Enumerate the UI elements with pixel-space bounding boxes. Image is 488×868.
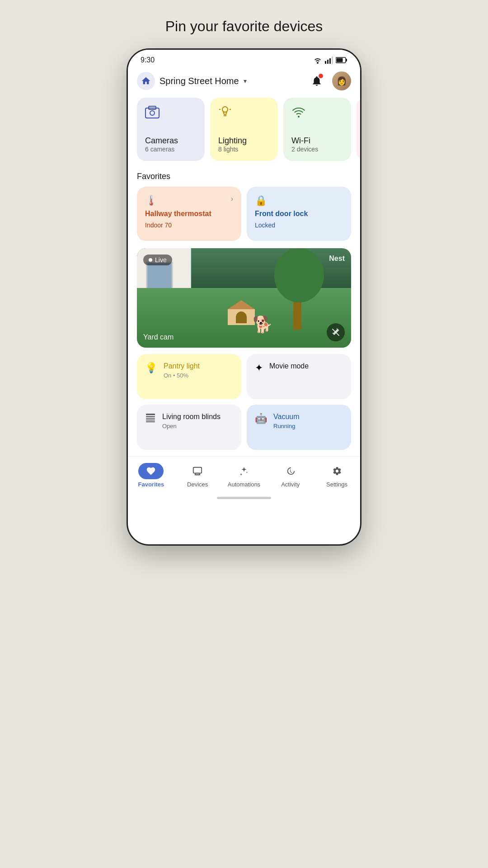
bottom-row-1: 💡 Pantry light On • 50% ✦ Movie mode [137, 354, 351, 399]
chevron-down-icon: ▾ [244, 77, 247, 85]
history-icon [286, 466, 296, 476]
screen-off-button[interactable] [327, 323, 345, 341]
lighting-count: 8 lights [218, 146, 270, 153]
blinds-status: Open [162, 423, 221, 429]
sparkles-icon [239, 466, 249, 476]
thermometer-icon: 🌡️ [145, 195, 157, 207]
fav-chevron-icon: › [231, 195, 233, 203]
bottom-cards: 💡 Pantry light On • 50% ✦ Movie mode [128, 354, 360, 450]
svg-rect-2 [329, 58, 331, 64]
phone-frame: 9:30 [127, 48, 361, 546]
activity-nav-label: Activity [281, 481, 300, 488]
wifi-count: 2 devices [291, 146, 343, 153]
vacuum-icon: 🤖 [255, 413, 267, 425]
avatar[interactable]: 👩 [332, 71, 351, 90]
camera-live-badge: Live [143, 255, 172, 265]
category-card-cameras[interactable]: Cameras 6 cameras [137, 98, 205, 161]
live-dot [149, 258, 152, 262]
blinds-info: Living room blinds Open [162, 413, 221, 429]
svg-rect-6 [337, 58, 343, 62]
nav-item-favorites[interactable]: Favorites [128, 463, 174, 488]
svg-rect-3 [332, 57, 333, 64]
favorites-row: 🌡️ › Hallway thermostat Indoor 70 🔒 Fron… [128, 187, 360, 248]
devices-icon [192, 466, 202, 476]
wifi-label: Wi-Fi [291, 136, 343, 146]
status-icons [313, 57, 347, 64]
blinds-icon [145, 413, 156, 424]
doghouse-roof [228, 300, 255, 309]
home-icon-bg [137, 72, 155, 90]
category-card-wifi[interactable]: Wi-Fi 2 devices [283, 98, 351, 161]
favorites-section-label: Favorites [128, 170, 360, 187]
thermostat-name: Hallway thermostat [145, 209, 233, 219]
svg-rect-1 [327, 60, 328, 64]
nav-item-automations[interactable]: Automations [221, 463, 267, 488]
door-lock-name: Front door lock [255, 209, 343, 219]
category-card-lighting[interactable]: Lighting 8 lights [210, 98, 278, 161]
svg-point-10 [222, 107, 228, 112]
bottom-row-2: Living room blinds Open 🤖 Vacuum Running [137, 405, 351, 450]
settings-nav-icon-wrap [324, 463, 350, 479]
nav-item-settings[interactable]: Settings [314, 463, 360, 488]
scene-dog: 🐕 [253, 315, 273, 334]
favorites-nav-icon-wrap [138, 463, 164, 479]
home-selector[interactable]: Spring Street Home ▾ [137, 72, 247, 90]
devices-nav-icon-wrap [185, 463, 210, 479]
nav-item-devices[interactable]: Devices [174, 463, 221, 488]
categories-row: Cameras 6 cameras Lighting 8 lights [128, 98, 360, 170]
doghouse-body [228, 309, 255, 325]
home-name: Spring Street Home [160, 76, 239, 86]
cameras-label: Cameras [145, 136, 197, 146]
thermostat-status: Indoor 70 [145, 222, 233, 229]
favorite-movie-mode[interactable]: ✦ Movie mode [247, 354, 351, 399]
svg-point-9 [150, 111, 155, 115]
live-label: Live [155, 256, 167, 264]
pantry-status: On • 50% [164, 372, 200, 379]
camera-icon [145, 106, 197, 118]
nav-item-activity[interactable]: Activity [267, 463, 314, 488]
sparkle-icon: ✦ [255, 362, 263, 374]
pantry-info: Pantry light On • 50% [164, 362, 200, 379]
automations-nav-icon-wrap [231, 463, 257, 479]
svg-rect-5 [346, 59, 347, 61]
app-header: Spring Street Home ▾ 👩 [128, 68, 360, 98]
heart-icon [146, 466, 156, 476]
settings-nav-label: Settings [326, 481, 347, 488]
camera-name: Yard cam [143, 333, 174, 341]
movie-info: Movie mode [269, 362, 309, 370]
category-card-extra[interactable]: 🔒 Locks 2 locks [357, 98, 360, 161]
favorite-thermostat[interactable]: 🌡️ › Hallway thermostat Indoor 70 [137, 187, 241, 241]
camera-brand-badge: Nest [329, 255, 345, 263]
movie-name: Movie mode [269, 362, 309, 370]
lighting-icon [218, 106, 270, 119]
page-title: Pin your favorite devices [165, 18, 323, 35]
doghouse [228, 300, 255, 325]
tree-foliage [274, 248, 324, 302]
home-indicator [217, 497, 271, 499]
favorite-pantry-light[interactable]: 💡 Pantry light On • 50% [137, 354, 241, 399]
bottom-nav: Favorites Devices Automation [128, 456, 360, 492]
svg-rect-19 [146, 420, 155, 420]
automations-nav-label: Automations [228, 481, 260, 488]
lighting-label: Lighting [218, 136, 270, 146]
svg-rect-20 [146, 421, 155, 422]
favorite-blinds[interactable]: Living room blinds Open [137, 405, 241, 450]
favorite-door-lock[interactable]: 🔒 Front door lock Locked [247, 187, 351, 241]
status-time: 9:30 [141, 56, 155, 64]
vacuum-status: Running [273, 423, 300, 429]
home-icon [141, 76, 151, 86]
lock-icon: 🔒 [255, 195, 267, 207]
notifications-button[interactable] [308, 72, 326, 90]
signal-status-icon [325, 57, 333, 64]
door-lock-status: Locked [255, 222, 343, 229]
favorite-vacuum[interactable]: 🤖 Vacuum Running [247, 405, 351, 450]
camera-feed[interactable]: 🐕 Live Nest Yard cam [137, 248, 351, 348]
status-bar: 9:30 [128, 50, 360, 68]
doghouse-door [236, 311, 247, 323]
vacuum-info: Vacuum Running [273, 413, 300, 429]
header-actions: 👩 [308, 71, 351, 90]
wifi-icon [291, 106, 343, 118]
pantry-name: Pantry light [164, 362, 200, 370]
bulb-icon: 💡 [145, 362, 157, 374]
notification-dot [319, 74, 323, 78]
